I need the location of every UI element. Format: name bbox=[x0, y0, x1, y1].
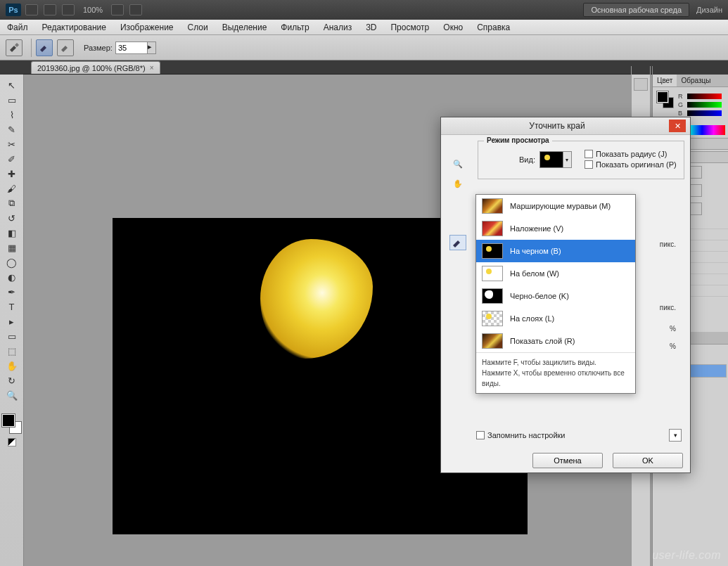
app-titlebar: Ps 100% Основная рабочая среда Дизайн bbox=[0, 0, 728, 20]
remember-checkbox[interactable] bbox=[476, 431, 485, 439]
dropdown-hint: Нажмите F, чтобы зациклить виды.Нажмите … bbox=[476, 352, 635, 393]
document-tab[interactable]: 2019360.jpg @ 100% (RGB/8*) × bbox=[31, 61, 160, 74]
document-tab-strip: 2019360.jpg @ 100% (RGB/8*) × bbox=[0, 60, 728, 75]
tab-swatches[interactable]: Образцы bbox=[677, 75, 715, 86]
view-mode-option[interactable]: Показать слой (R) bbox=[476, 330, 635, 352]
quickmask-icon[interactable] bbox=[8, 438, 16, 446]
dialog-hand-tool-icon[interactable]: ✋ bbox=[449, 176, 466, 191]
menu-window[interactable]: Окно bbox=[436, 22, 470, 32]
app-logo: Ps bbox=[6, 4, 21, 16]
brush-tool-icon[interactable]: 🖌 bbox=[3, 181, 21, 195]
menu-select[interactable]: Выделение bbox=[215, 22, 274, 32]
3d-tool-icon[interactable]: ⬚ bbox=[3, 344, 21, 358]
bridge-icon[interactable] bbox=[25, 4, 38, 15]
gradient-tool-icon[interactable]: ▦ bbox=[3, 240, 21, 255]
menu-edit[interactable]: Редактирование bbox=[35, 22, 113, 32]
view-mode-option[interactable]: На слоях (L) bbox=[476, 307, 635, 330]
color-panel-tabs: Цвет Образцы bbox=[653, 75, 728, 87]
menu-help[interactable]: Справка bbox=[470, 22, 517, 32]
dialog-refine-brush-icon[interactable] bbox=[449, 235, 466, 250]
healing-tool-icon[interactable]: ✚ bbox=[3, 167, 21, 181]
collapsed-panel-icon[interactable] bbox=[634, 78, 648, 91]
r-label: R bbox=[678, 93, 685, 100]
blur-tool-icon[interactable]: ◯ bbox=[3, 255, 21, 269]
history-brush-tool-icon[interactable]: ↺ bbox=[3, 211, 21, 225]
show-radius-label: Показать радиус (J) bbox=[596, 150, 667, 158]
lasso-tool-icon[interactable]: ⌇ bbox=[3, 108, 21, 122]
menu-bar: Файл Редактирование Изображение Слои Выд… bbox=[0, 20, 728, 35]
option-thumb bbox=[482, 333, 503, 349]
type-tool-icon[interactable]: T bbox=[3, 300, 21, 314]
b-label: B bbox=[678, 110, 685, 117]
ok-button[interactable]: OK bbox=[613, 453, 683, 468]
view-mode-option[interactable]: На белом (W) bbox=[476, 262, 635, 285]
hand-tool-icon[interactable]: ✋ bbox=[3, 359, 21, 373]
view-dropdown-button[interactable]: ▾ bbox=[563, 151, 572, 168]
show-radius-checkbox[interactable] bbox=[585, 150, 593, 158]
cancel-button[interactable]: Отмена bbox=[532, 453, 603, 468]
view-mode-option[interactable]: Черно-белое (K) bbox=[476, 285, 635, 307]
refine-subtract-icon[interactable] bbox=[57, 39, 74, 56]
screen-mode-icon[interactable] bbox=[129, 4, 142, 15]
shape-tool-icon[interactable]: ▭ bbox=[3, 329, 21, 343]
px-suffix: пикс. bbox=[660, 304, 676, 311]
r-slider[interactable] bbox=[687, 94, 722, 99]
workspace-design-tab[interactable]: Дизайн bbox=[696, 6, 722, 14]
eyedropper-tool-icon[interactable]: ✐ bbox=[3, 152, 21, 166]
arrange-docs-icon[interactable] bbox=[111, 4, 124, 15]
zoom-tool-icon[interactable]: 🔍 bbox=[3, 388, 21, 402]
close-tab-icon[interactable]: × bbox=[150, 64, 154, 72]
view-mode-option[interactable]: На черном (B) bbox=[476, 240, 635, 262]
eraser-tool-icon[interactable]: ◧ bbox=[3, 226, 21, 240]
menu-analysis[interactable]: Анализ bbox=[317, 22, 359, 32]
pct-suffix: % bbox=[670, 325, 676, 333]
dialog-titlebar[interactable]: Уточнить край ✕ bbox=[441, 117, 690, 135]
refine-add-icon[interactable] bbox=[36, 39, 53, 56]
current-tool-icon[interactable] bbox=[6, 39, 23, 56]
pen-tool-icon[interactable]: ✒ bbox=[3, 285, 21, 299]
panel-color-swatches[interactable] bbox=[657, 91, 674, 108]
move-tool-icon[interactable]: ↖ bbox=[3, 78, 21, 92]
stamp-tool-icon[interactable]: ⧉ bbox=[3, 196, 21, 210]
view-mode-option[interactable]: Наложение (V) bbox=[476, 217, 635, 240]
view-mode-option[interactable]: Марширующие муравьи (M) bbox=[476, 195, 635, 217]
option-label: Показать слой (R) bbox=[510, 337, 575, 345]
menu-filter[interactable]: Фильтр bbox=[274, 22, 316, 32]
menu-layers[interactable]: Слои bbox=[181, 22, 215, 32]
size-input[interactable] bbox=[115, 41, 148, 54]
image-content bbox=[260, 239, 373, 359]
menu-view[interactable]: Просмотр bbox=[383, 22, 436, 32]
remember-label: Запомнить настройки bbox=[487, 431, 566, 439]
document-tab-label: 2019360.jpg @ 100% (RGB/8*) bbox=[37, 64, 146, 72]
tab-color[interactable]: Цвет bbox=[653, 75, 677, 86]
zoom-level[interactable]: 100% bbox=[80, 4, 106, 15]
dodge-tool-icon[interactable]: ◐ bbox=[3, 270, 21, 284]
marquee-tool-icon[interactable]: ▭ bbox=[3, 93, 21, 107]
option-label: Наложение (V) bbox=[510, 224, 563, 233]
option-thumb bbox=[482, 288, 503, 304]
path-select-tool-icon[interactable]: ▸ bbox=[3, 314, 21, 328]
crop-tool-icon[interactable]: ✂ bbox=[3, 137, 21, 151]
dialog-title: Уточнить край bbox=[445, 121, 669, 131]
b-slider[interactable] bbox=[687, 110, 722, 116]
view-thumbnail[interactable] bbox=[539, 151, 563, 168]
menu-file[interactable]: Файл bbox=[0, 22, 35, 32]
dialog-zoom-tool-icon[interactable]: 🔍 bbox=[449, 156, 466, 172]
option-thumb bbox=[482, 243, 503, 259]
workspace-button[interactable]: Основная рабочая среда bbox=[583, 3, 689, 17]
size-stepper[interactable]: ▸ bbox=[148, 41, 156, 54]
output-dropdown[interactable]: ▾ bbox=[669, 429, 682, 442]
view-mode-legend: Режим просмотра bbox=[484, 136, 552, 144]
close-icon[interactable]: ✕ bbox=[669, 120, 686, 132]
rotate-view-tool-icon[interactable]: ↻ bbox=[3, 373, 21, 387]
show-original-checkbox[interactable] bbox=[585, 160, 593, 169]
color-swatches[interactable] bbox=[2, 414, 22, 434]
view-extras-icon[interactable] bbox=[62, 4, 75, 15]
menu-image[interactable]: Изображение bbox=[113, 22, 181, 32]
g-slider[interactable] bbox=[687, 102, 722, 108]
quickselect-tool-icon[interactable]: ✎ bbox=[3, 122, 21, 136]
fg-color-swatch[interactable] bbox=[2, 414, 15, 427]
option-label: На белом (W) bbox=[510, 269, 559, 278]
minibridge-icon[interactable] bbox=[44, 4, 56, 15]
menu-3d[interactable]: 3D bbox=[359, 22, 383, 32]
